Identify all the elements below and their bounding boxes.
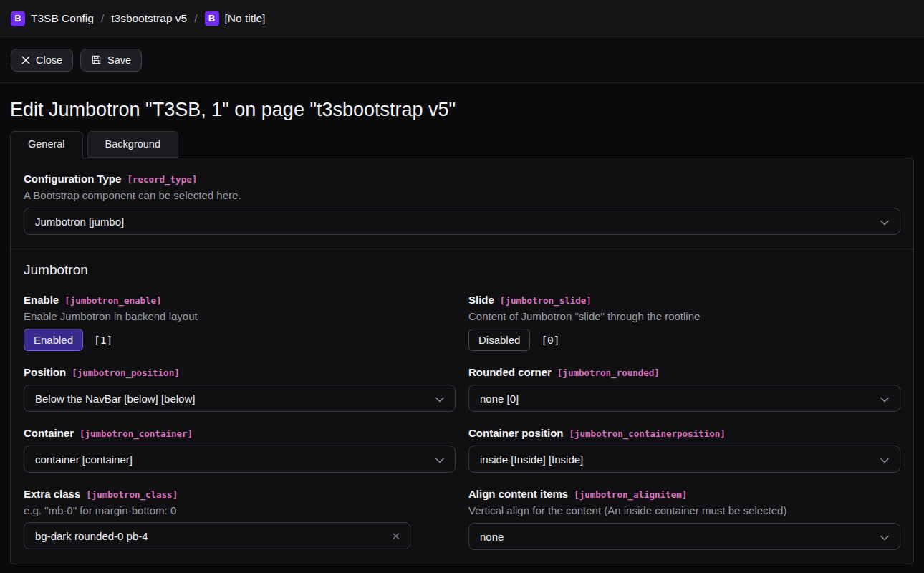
- field-label: Enable: [24, 294, 59, 306]
- extra-class-input-value: bg-dark rounded-0 pb-4: [35, 530, 148, 542]
- field-label: Container: [24, 427, 74, 439]
- section-configuration-type: Configuration Type [record_type] A Boots…: [11, 158, 913, 249]
- field-jumbotron-class: Extra class [jumbotron_class] e.g. "mb-0…: [24, 488, 456, 550]
- align-content-select[interactable]: none: [468, 523, 900, 550]
- field-tag: [jumbotron_position]: [72, 367, 180, 378]
- field-label: Extra class: [24, 488, 80, 500]
- container-position-select-value: inside [Inside] [Inside]: [480, 453, 583, 466]
- breadcrumb-separator: /: [194, 12, 197, 25]
- slide-value-suffix: [0]: [541, 334, 559, 346]
- field-description: A Bootstrap component can be selected he…: [24, 189, 900, 201]
- save-button-label: Save: [107, 54, 131, 66]
- field-jumbotron-position: Position [jumbotron_position] Below the …: [24, 366, 456, 412]
- tab-background-label: Background: [105, 138, 160, 150]
- field-description: Enable Jumbotron in backend layout: [24, 310, 456, 322]
- chevron-down-icon: [880, 531, 889, 543]
- align-content-select-value: none: [480, 531, 504, 543]
- breadcrumb-item-record[interactable]: B [No title]: [205, 11, 266, 26]
- enable-toggle-label: Enabled: [34, 334, 73, 346]
- page-title: Edit Jumbotron "T3SB, 1" on page "t3sboo…: [10, 99, 914, 121]
- chevron-down-icon: [880, 393, 889, 405]
- field-tag: [jumbotron_container]: [80, 428, 193, 439]
- field-label: Position: [24, 366, 66, 378]
- field-jumbotron-rounded: Rounded corner [jumbotron_rounded] none …: [468, 366, 900, 427]
- field-jumbotron-slide: Slide [jumbotron_slide] Content of Jumbo…: [468, 294, 900, 366]
- field-tag: [jumbotron_alignitem]: [574, 489, 687, 500]
- save-icon: [91, 54, 102, 65]
- enable-value-suffix: [1]: [94, 334, 112, 346]
- tab-bar: General Background: [10, 131, 914, 158]
- field-jumbotron-enable: Enable [jumbotron_enable] Enable Jumbotr…: [24, 294, 456, 351]
- rounded-corner-select-value: none [0]: [480, 393, 519, 405]
- field-description: e.g. "mb-0" for margin-bottom: 0: [24, 504, 456, 516]
- field-tag: [record_type]: [127, 174, 197, 185]
- field-label: Rounded corner: [468, 366, 552, 378]
- field-jumbotron-alignitem: Align content items [jumbotron_alignitem…: [468, 488, 900, 550]
- doc-header: Close Save: [0, 37, 924, 83]
- tab-general[interactable]: General: [10, 131, 83, 158]
- field-label: Slide: [468, 294, 494, 306]
- field-description: Content of Jumbotron "slide" through the…: [468, 310, 900, 322]
- field-tag: [jumbotron_containerposition]: [569, 428, 726, 439]
- breadcrumb-label: [No title]: [225, 12, 266, 25]
- extra-class-input[interactable]: bg-dark rounded-0 pb-4 ✕: [24, 522, 410, 549]
- close-button[interactable]: Close: [11, 49, 73, 72]
- bootstrap-logo-icon: B: [11, 11, 25, 26]
- field-tag: [jumbotron_rounded]: [557, 367, 660, 378]
- breadcrumb-item-page[interactable]: t3sbootstrap v5: [111, 12, 187, 25]
- position-select-value: Below the NavBar [below] [below]: [35, 393, 195, 405]
- field-tag: [jumbotron_class]: [86, 489, 178, 500]
- record-type-select[interactable]: Jumbotron [jumbo]: [24, 208, 900, 235]
- slide-toggle-label: Disabled: [478, 334, 520, 346]
- breadcrumb-item-t3sb-config[interactable]: B T3SB Config: [11, 11, 94, 26]
- tab-general-label: General: [28, 138, 65, 150]
- chevron-down-icon: [880, 216, 889, 228]
- field-tag: [jumbotron_slide]: [500, 295, 592, 306]
- top-bar: B T3SB Config / t3sbootstrap v5 / B [No …: [0, 0, 924, 37]
- field-label: Container position: [468, 427, 564, 439]
- container-select[interactable]: container [container]: [24, 446, 456, 473]
- field-label: Configuration Type: [24, 173, 121, 185]
- field-record-type: Configuration Type [record_type] A Boots…: [24, 173, 900, 235]
- tab-background[interactable]: Background: [87, 131, 178, 158]
- field-jumbotron-containerposition: Container position [jumbotron_containerp…: [468, 427, 900, 488]
- position-select[interactable]: Below the NavBar [below] [below]: [24, 385, 456, 412]
- record-type-select-value: Jumbotron [jumbo]: [35, 216, 124, 228]
- close-button-label: Close: [36, 54, 62, 66]
- tab-content-panel: Configuration Type [record_type] A Boots…: [10, 158, 914, 564]
- section-jumbotron: Jumbotron Enable [jumbotron_enable] Enab…: [11, 249, 913, 564]
- chevron-down-icon: [435, 453, 444, 466]
- field-jumbotron-container: Container [jumbotron_container] containe…: [24, 427, 456, 473]
- breadcrumb-label: t3sbootstrap v5: [111, 12, 187, 25]
- close-icon: [21, 56, 30, 64]
- chevron-down-icon: [880, 453, 889, 466]
- rounded-corner-select[interactable]: none [0]: [468, 385, 900, 412]
- breadcrumb: B T3SB Config / t3sbootstrap v5 / B [No …: [11, 11, 265, 26]
- breadcrumb-label: T3SB Config: [31, 12, 94, 25]
- breadcrumb-separator: /: [101, 12, 104, 25]
- section-title: Jumbotron: [24, 262, 900, 278]
- module-body: Edit Jumbotron "T3SB, 1" on page "t3sboo…: [0, 99, 924, 564]
- chevron-down-icon: [435, 393, 444, 405]
- field-label: Align content items: [468, 488, 568, 500]
- enable-toggle-button[interactable]: Enabled: [24, 329, 83, 351]
- bootstrap-logo-icon: B: [205, 11, 219, 26]
- field-description: Vertical align for the content (An insid…: [468, 504, 900, 516]
- save-button[interactable]: Save: [80, 49, 142, 72]
- container-select-value: container [container]: [35, 453, 133, 466]
- clear-input-icon[interactable]: ✕: [391, 531, 400, 541]
- container-position-select[interactable]: inside [Inside] [Inside]: [468, 446, 900, 473]
- slide-toggle-button[interactable]: Disabled: [468, 329, 530, 351]
- field-tag: [jumbotron_enable]: [64, 295, 161, 306]
